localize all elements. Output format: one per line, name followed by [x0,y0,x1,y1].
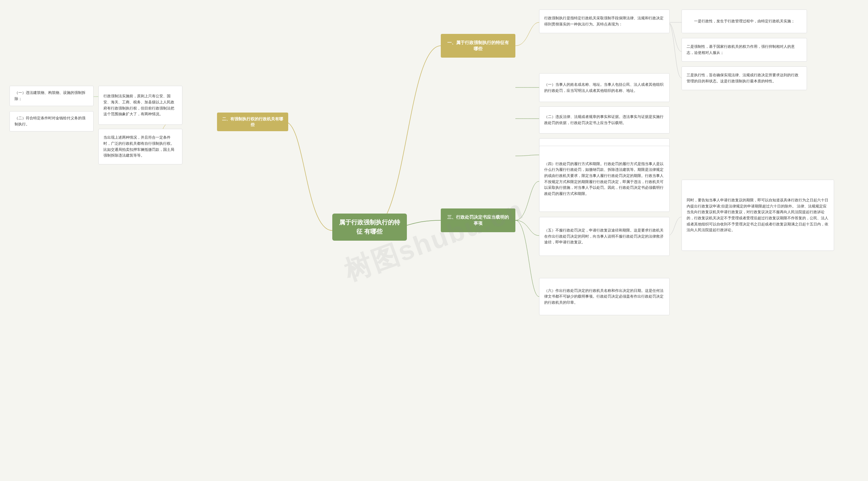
l1-label: 二、有强制执行权的行政机关有哪些 [222,116,283,128]
r1-far-3: 三是执行性，旨在确保实现法律、法规或行政决定所要求达到的行政管理的目的和状态。这… [682,66,807,90]
r1-sub-2: （二）违反法律、法规或者规章的事实和证据。违法事实与证据是实施行政处罚的依据，行… [539,106,670,134]
r3-child-6: （六）作出行政处罚决定的行政机关名称和作出决定的日期。这是任何法律文书都不可缺少… [539,278,670,315]
r1-child-intro: 行政强制执行是指特定行政机关采取强制手段保障法律、法规和行政决定得到贯彻落实的一… [539,9,670,33]
l1-node: 二、有强制执行权的行政机关有哪些 [217,113,288,131]
left-l3-2: （二）符合特定条件时对金钱给付义务的强制执行。 [9,111,94,132]
r3-right-1: 同时，要告知当事人申请行政复议的期限，即可以自知道该具体行政行为之日起六十日内提… [682,180,834,251]
r3-child-4: （四）行政处罚的履行方式和期限。行政处罚的履行方式是指当事人是以什么行为履行行政… [539,146,670,212]
r1-child-intro-text: 行政强制执行是指特定行政机关采取强制手段保障法律、法规和行政决定得到贯彻落实的一… [544,15,665,27]
r1-far-1: 一是行政性，发生于行政管理过程中，由特定行政机关实施； [682,9,807,33]
r1-sub-1: （一）当事人的姓名或名称、地址。当事人包括公民、法人或者其他组织的行政处罚，应当… [539,73,670,102]
r1-node: 一、属于行政强制执行的特征有哪些 [441,34,515,58]
left-mid-1: 行政强制法实施前，原则上只有公安、国安、海关、工商、税务、加县级以上人民政府有行… [98,86,182,125]
canvas: 树图shubu.cn [0,0,868,481]
central-label: 属于行政强制执行的特征 有哪些 [339,218,400,236]
left-l3-1: （一）违法建筑物、构筑物、设施的强制拆除； [9,86,94,106]
r3-node: 三、行政处罚决定书应当载明的事项 [441,208,515,232]
r3-label: 三、行政处罚决定书应当载明的事项 [446,214,511,226]
central-node: 属于行政强制执行的特征 有哪些 [332,214,407,241]
r1-far-2: 二是强制性，基于国家行政机关的权力作用，强行抑制相对人的意志，迫使相对人服从； [682,38,807,62]
left-mid-2: 当出现上述两种情况，并且符合一定条件时，广泛的行政机关都有自行强制执行权。比如交… [98,129,182,164]
r3-child-5: （五）不服行政处罚决定，申请行政复议途径和期限。这是要求行政机关在作出行政处罚决… [539,217,670,256]
r1-label: 一、属于行政强制执行的特征有哪些 [446,40,511,52]
